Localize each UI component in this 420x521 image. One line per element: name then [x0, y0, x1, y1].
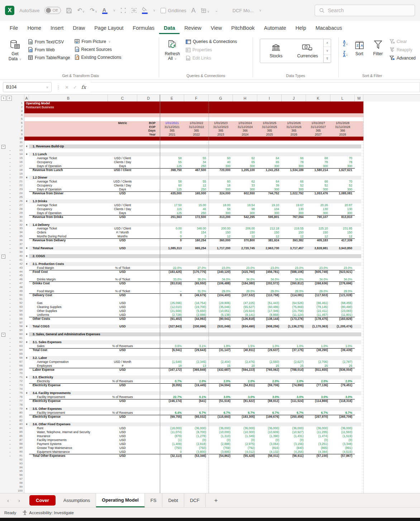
value-y4[interactable]: (834,490)	[233, 325, 257, 328]
value-y2[interactable]: 3.1%	[184, 344, 209, 348]
row-header-58[interactable]: 58	[16, 325, 24, 328]
value-y8[interactable]: (183,829)	[330, 317, 355, 321]
outline-marker[interactable]: x	[24, 356, 29, 360]
row-header-48[interactable]: 48	[16, 285, 24, 289]
confirm-entry-icon[interactable]: ✓	[73, 85, 77, 90]
value-y6[interactable]: 19.67	[282, 203, 306, 207]
value-y3[interactable]: 324,000	[209, 191, 233, 195]
value-y5[interactable]: 29.0%	[257, 289, 282, 293]
value-y5[interactable]: 34.0%	[257, 278, 282, 281]
value-y5[interactable]: 744,752	[257, 191, 282, 195]
value-y5[interactable]: 212.18	[257, 227, 282, 231]
row-header-61[interactable]: 61	[16, 336, 24, 340]
value-y1[interactable]: 125	[160, 211, 184, 215]
unit-label[interactable]: USD	[108, 368, 137, 372]
row-header-25[interactable]: 25	[16, 195, 24, 199]
value-y1[interactable]: 0.00	[160, 227, 184, 231]
line-item-label[interactable]: Facility Improvement	[37, 395, 108, 399]
gallery-down-icon[interactable]: ∨	[324, 47, 331, 55]
font-color-chevron-icon[interactable]: ∨	[113, 9, 115, 12]
value-y4[interactable]: 98	[233, 207, 257, 211]
border-draw-icon[interactable]	[120, 8, 126, 13]
value-y1[interactable]: 60	[160, 184, 184, 188]
value-y1[interactable]: 18	[160, 364, 184, 368]
sheet-tab-dcf[interactable]: DCF	[184, 493, 206, 507]
outline-marker[interactable]: x	[24, 262, 29, 266]
row-header-49[interactable]: 49	[16, 289, 24, 293]
row-header-56[interactable]: 56	[16, 317, 24, 321]
row-header-42[interactable]: 42	[16, 262, 24, 266]
value-y3[interactable]: 2.0%	[209, 379, 233, 383]
header-eop-label[interactable]: EOP	[137, 125, 158, 129]
value-y1[interactable]: (750)	[160, 446, 184, 450]
column-header-I[interactable]: I	[257, 95, 282, 101]
value-y2[interactable]: 165,000	[184, 191, 209, 195]
value-y4[interactable]: 542,295	[233, 215, 257, 219]
value-y5[interactable]: (765,062)	[257, 368, 282, 372]
row-header-84[interactable]: 84	[16, 426, 24, 430]
value-y8[interactable]: 34.0%	[330, 278, 355, 281]
value-y2[interactable]: 55	[184, 180, 209, 184]
value-y5[interactable]: 64	[257, 180, 282, 184]
value-y1[interactable]: 115	[160, 207, 184, 211]
recent-sources-button[interactable]: Recent Sources	[75, 47, 121, 52]
row-header-73[interactable]: 73	[16, 383, 24, 387]
unit-label[interactable]: USD	[108, 442, 137, 446]
value-y6[interactable]: 1,534,189	[282, 168, 306, 172]
value-y3[interactable]: 300	[209, 164, 233, 168]
total-label[interactable]: Revenue from Dinner	[33, 191, 108, 195]
value-y8[interactable]: (23,083)	[330, 309, 355, 313]
value-y4[interactable]: 1.5%	[233, 344, 257, 348]
value-y2[interactable]: 46	[184, 207, 209, 211]
ribbon-tab-automate[interactable]: Automate	[259, 22, 291, 34]
row-header-32[interactable]: 32	[16, 223, 24, 227]
outline-marker[interactable]: x	[24, 325, 29, 328]
row-header-45[interactable]: 45	[16, 274, 24, 278]
unit-label[interactable]: Months	[108, 235, 137, 238]
value-y2[interactable]: 55	[184, 156, 209, 160]
unit-label[interactable]: USD / Client	[108, 227, 137, 231]
value-y1[interactable]: 0	[160, 238, 184, 242]
value-y3[interactable]: (80,041)	[209, 317, 233, 321]
value-y5[interactable]: 19.10	[257, 203, 282, 207]
outline-marker[interactable]: x	[24, 152, 29, 156]
unit-label[interactable]: USD	[108, 246, 137, 250]
row-header-33[interactable]: 33	[16, 227, 24, 231]
value-y6[interactable]: (21,758)	[282, 309, 306, 313]
value-y1[interactable]: 125	[160, 164, 184, 168]
row-header-94[interactable]: 94	[16, 466, 24, 470]
get-data-button[interactable]: Get Data ∨	[4, 38, 26, 63]
value-y4[interactable]: 206.00	[233, 227, 257, 231]
value-y3[interactable]: (769)	[209, 446, 233, 450]
row-header-63[interactable]: 63	[16, 344, 24, 348]
unit-label[interactable]: % of Revenues	[108, 411, 137, 415]
value-y6[interactable]: (2,627)	[282, 360, 306, 364]
value-y6[interactable]: 66	[282, 156, 306, 160]
value-y2[interactable]: (330,996)	[184, 325, 209, 328]
line-item-label[interactable]: Cleaning Supplies	[37, 305, 108, 309]
total-label[interactable]: Electricity Expense	[33, 415, 108, 419]
value-y8[interactable]: (276,696)	[330, 281, 355, 285]
value-y3[interactable]: (10,000)	[209, 430, 233, 434]
outline-marker[interactable]: x	[24, 176, 29, 180]
value-y7[interactable]: (3,251)	[306, 442, 330, 446]
row-header-28[interactable]: 28	[16, 207, 24, 211]
value-y7[interactable]: (1,170,363)	[306, 325, 330, 328]
outline-level-1-button[interactable]: 1	[1, 96, 6, 101]
value-y8[interactable]: (0)	[330, 438, 355, 442]
line-item-label[interactable]: Occupancy	[37, 184, 108, 188]
insert-function-icon[interactable]: fx	[81, 84, 86, 90]
value-y7[interactable]: 68	[306, 180, 330, 184]
unit-label[interactable]: USD	[108, 270, 137, 274]
value-y7[interactable]: 300	[306, 164, 330, 168]
value-y5[interactable]: 300	[257, 211, 282, 215]
outline-level-2-button[interactable]: 2	[7, 96, 12, 101]
header-bop-y4[interactable]: 1/01/2024	[233, 121, 257, 125]
value-y5[interactable]: 1,241,253	[257, 168, 282, 172]
value-y6[interactable]: 6.7%	[282, 411, 306, 415]
value-y6[interactable]: (788,014)	[282, 368, 306, 372]
header-days-y2[interactable]: 365	[184, 129, 209, 133]
unit-label[interactable]: USD / Client	[108, 203, 137, 207]
section-label[interactable]: 2. COGS	[33, 254, 154, 258]
value-y1[interactable]: (61,402)	[160, 317, 184, 321]
